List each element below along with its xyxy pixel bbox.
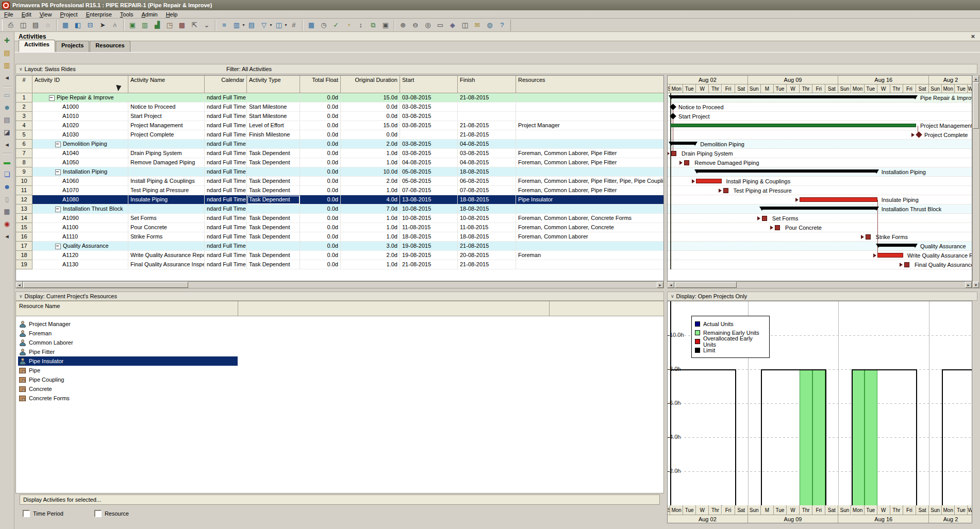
cell-dur[interactable]: 1.0d: [341, 260, 400, 269]
cell-float[interactable]: 0.0d: [300, 167, 341, 177]
globe-icon[interactable]: ◍: [484, 20, 495, 30]
collapse-arrow-icon[interactable]: ◂: [2, 72, 13, 83]
menu-file[interactable]: File: [4, 11, 13, 18]
trace-logic-icon[interactable]: ⑃: [109, 20, 121, 30]
cell-start[interactable]: 18-08-2015: [400, 232, 458, 242]
column-divider[interactable]: [549, 301, 550, 316]
cell-cal[interactable]: ndard Full Time: [205, 103, 247, 112]
cell-dur[interactable]: 1.0d: [341, 158, 400, 167]
menu-project[interactable]: Project: [60, 11, 77, 18]
cell-activity-id[interactable]: A1010: [32, 112, 128, 121]
pointer-tool-icon[interactable]: ➤: [97, 20, 108, 30]
cell-float[interactable]: 0.0d: [300, 93, 341, 103]
menu-edit[interactable]: Edit: [22, 11, 31, 18]
cell-cal[interactable]: ndard Full Time: [205, 204, 247, 214]
menu-help[interactable]: Help: [166, 11, 178, 18]
gantt-bar-task[interactable]: [800, 197, 877, 202]
cell-cal[interactable]: ndard Full Time: [205, 177, 247, 186]
scroll-thumb[interactable]: [675, 282, 737, 288]
timescale-day[interactable]: Tue: [774, 505, 787, 515]
activity-usage-icon[interactable]: ▥: [139, 20, 151, 30]
wbs-icon[interactable]: ❏: [2, 169, 13, 180]
resource-list-item[interactable]: Foreman: [19, 329, 52, 338]
cell-finish[interactable]: 06-08-2015: [458, 177, 516, 186]
cell-finish[interactable]: [458, 103, 516, 112]
cell-cal[interactable]: ndard Full Time: [205, 214, 247, 223]
cell-finish[interactable]: 18-08-2015: [458, 167, 516, 177]
timescale-day[interactable]: Sun: [929, 505, 942, 515]
constraints-icon[interactable]: ▣: [380, 20, 391, 30]
menu-view[interactable]: View: [40, 11, 52, 18]
resource-list-item[interactable]: Pipe: [19, 366, 40, 375]
cell-start[interactable]: 07-08-2015: [400, 186, 458, 195]
cell-res[interactable]: [516, 140, 664, 149]
cell-res[interactable]: [516, 260, 664, 269]
timescale-day[interactable]: W: [696, 84, 709, 93]
table-font-icon[interactable]: ▤: [246, 20, 257, 30]
checkin-project-icon[interactable]: ▥: [2, 60, 13, 71]
cell-type[interactable]: Task Dependent: [247, 223, 300, 232]
timescale-day[interactable]: Tue: [683, 505, 696, 515]
resource-list-item[interactable]: Pipe Insulator: [19, 356, 63, 366]
cell-finish[interactable]: 21-08-2015: [458, 260, 516, 269]
dropdown-caret-icon[interactable]: ▼: [269, 23, 273, 27]
cell-name[interactable]: Notice to Proceed: [128, 103, 205, 112]
cell-finish[interactable]: 04-08-2015: [458, 140, 516, 149]
cell-res[interactable]: Foreman: [516, 251, 664, 260]
activities-icon[interactable]: ▬: [2, 157, 13, 167]
timescale-day[interactable]: Mon: [942, 84, 955, 93]
cell-dur[interactable]: 3.0d: [341, 242, 400, 251]
timescale-week[interactable]: Aug 02: [668, 515, 748, 523]
timescale-day[interactable]: W: [787, 505, 800, 515]
cell-finish[interactable]: 04-08-2015: [458, 158, 516, 167]
gantt-bar-task[interactable]: [904, 262, 909, 267]
cell-finish[interactable]: 21-08-2015: [458, 242, 516, 251]
notes-icon[interactable]: ✉: [472, 20, 483, 30]
cell-start[interactable]: 10-08-2015: [400, 214, 458, 223]
resource-name-column-header[interactable]: Resource Name: [15, 301, 664, 316]
collapse-arrow-icon[interactable]: ◂: [2, 139, 13, 150]
timescale-day[interactable]: Tue: [774, 84, 787, 93]
help-icon[interactable]: ?: [496, 20, 508, 30]
menu-enterprise[interactable]: Enterprise: [86, 11, 112, 18]
column-header-resources[interactable]: Resources: [516, 76, 664, 93]
cell-dur[interactable]: 1.0d: [341, 149, 400, 158]
timescale-day[interactable]: Mon: [942, 505, 955, 515]
cell-type[interactable]: [247, 140, 300, 149]
tab-resources[interactable]: Resources: [90, 41, 130, 52]
timescale-day[interactable]: Fri: [812, 84, 825, 93]
cell-start[interactable]: 03-08-2015: [400, 140, 458, 149]
timescale-day[interactable]: Tue: [955, 84, 968, 93]
cell-type[interactable]: Task Dependent: [247, 149, 300, 158]
cell-activity-id[interactable]: Installation Piping: [32, 167, 128, 177]
cell-res[interactable]: [516, 112, 664, 121]
cell-res[interactable]: Pipe Insulator: [516, 195, 664, 204]
timescale-day[interactable]: Mon: [670, 84, 683, 93]
resource-list-item[interactable]: Common Laborer: [19, 338, 73, 347]
timescale-day[interactable]: Sat: [825, 84, 838, 93]
cell-start[interactable]: [400, 130, 458, 140]
table-row[interactable]: 3A1010Start Projectndard Full TimeStart …: [16, 112, 663, 121]
scroll-right-icon[interactable]: ►: [657, 282, 663, 288]
cell-name[interactable]: Start Project: [128, 112, 205, 121]
cell-type[interactable]: Start Milestone: [247, 103, 300, 112]
cell-float[interactable]: 0.0d: [300, 232, 341, 242]
timescale-week[interactable]: Aug 02: [668, 76, 748, 84]
cell-float[interactable]: 0.0d: [300, 149, 341, 158]
collapse-icon[interactable]: [55, 207, 61, 212]
timescale-day[interactable]: W: [968, 84, 972, 93]
collapse-icon[interactable]: [55, 142, 61, 147]
cell-dur[interactable]: 4.0d: [341, 195, 400, 204]
cell-start[interactable]: 13-08-2015: [400, 195, 458, 204]
cell-name[interactable]: Set Forms: [128, 214, 205, 223]
cell-name[interactable]: Install Piping & Couplings: [128, 177, 205, 186]
timescale-day[interactable]: Thr: [709, 505, 722, 515]
table-row[interactable]: 19A1130Final Quality Assurance Inspectio…: [16, 260, 663, 269]
collapse-arrow-icon[interactable]: ◂: [2, 231, 13, 242]
cell-float[interactable]: 0.0d: [300, 214, 341, 223]
column-header-start[interactable]: Start: [400, 76, 458, 93]
page-setup-icon[interactable]: ▤: [30, 20, 41, 30]
gantt-bar-summary[interactable]: [670, 95, 916, 98]
collapse-icon[interactable]: [49, 95, 55, 101]
gantt-bar-task[interactable]: [762, 216, 767, 221]
